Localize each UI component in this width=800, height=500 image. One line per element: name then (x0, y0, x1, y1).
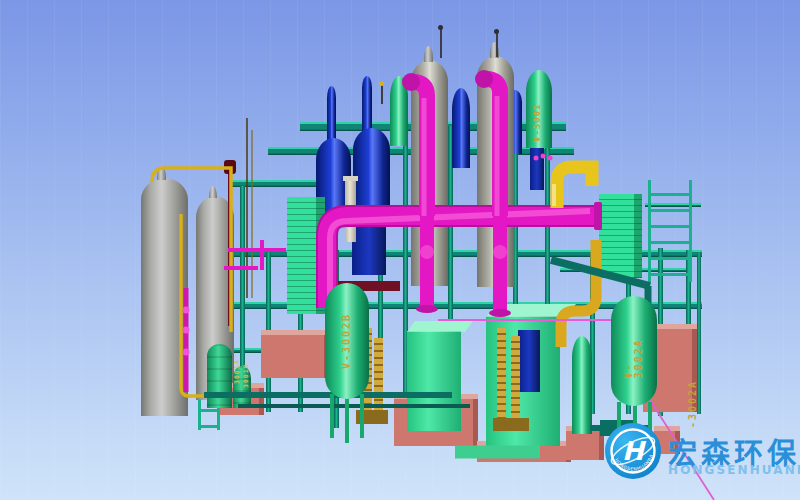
pump-tag-b: 3001B (243, 330, 250, 388)
vessel-leg (360, 394, 364, 438)
vessel-v3002a: V-3002A (611, 296, 657, 406)
pipe-coupling (420, 245, 434, 259)
valve (541, 154, 546, 159)
yellow-pipe-thin (152, 168, 231, 332)
piping-overlay (0, 0, 800, 500)
magenta-end-flange (489, 309, 511, 317)
plant-3d-render: V-3002B V-3002A -3002A V-3001 3001A 3001… (0, 0, 800, 500)
v3001-column-tag: V-3001 (533, 78, 542, 142)
valve (183, 349, 190, 356)
yellow-elbow-pipe (557, 167, 592, 208)
yellow-down-pipe (561, 240, 596, 347)
vessel-v3002b: V-3002B (325, 283, 369, 399)
valve (183, 307, 190, 314)
pipe-coupling (493, 245, 507, 259)
partial-equipment-tag: -3002A (688, 336, 698, 428)
valve (534, 156, 539, 161)
vessel-leg (330, 394, 334, 438)
vessel-v3002a-tag: V-3002A (624, 324, 644, 379)
valve (183, 327, 190, 334)
company-name-en: HONGSENHUANBAO (668, 463, 800, 477)
magenta-elbow-flange (402, 73, 420, 91)
vessel-leg (345, 397, 349, 443)
company-logo-badge: H HONGSENHUANBAO (604, 422, 662, 480)
magenta-flange (594, 202, 602, 230)
magenta-end-flange (416, 305, 438, 313)
pump-tag-a: 3001A (234, 326, 241, 384)
logo-badge-svg: H HONGSENHUANBAO (604, 422, 662, 480)
magenta-elbow-flange (475, 70, 493, 88)
valve (548, 156, 553, 161)
vessel-v3002b-tag: V-3002B (342, 313, 352, 369)
